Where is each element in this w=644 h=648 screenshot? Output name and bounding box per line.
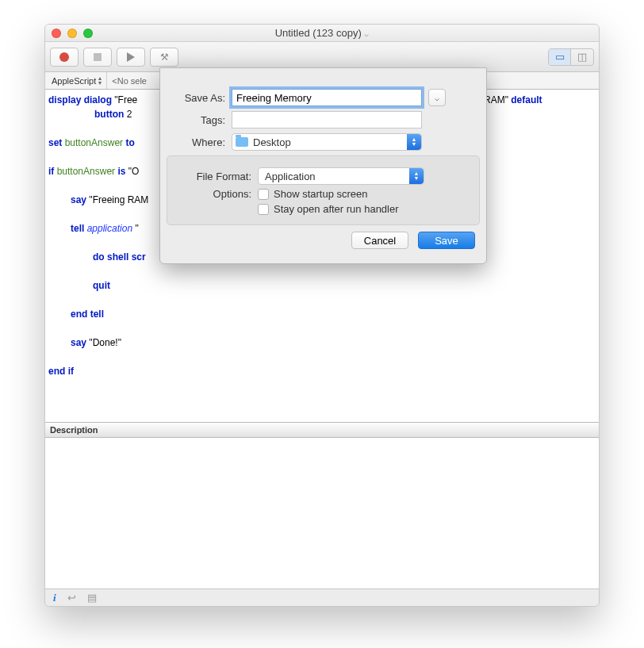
save-as-input[interactable] (232, 89, 422, 106)
expand-save-dialog-button[interactable]: ⌵ (428, 89, 446, 106)
record-button[interactable] (50, 48, 79, 67)
updown-icon: ▴▾ (98, 76, 102, 86)
popup-arrows-icon: ▲▼ (407, 134, 421, 150)
language-selector[interactable]: AppleScript▴▾ (48, 72, 107, 89)
show-startup-label: Show startup screen (274, 188, 368, 200)
view-toggle: ▭ ◫ (548, 48, 594, 66)
file-format-popup[interactable]: Application ▲▼ (258, 167, 424, 185)
stop-icon (94, 53, 102, 61)
panes-icon: ◫ (577, 51, 587, 63)
view-editor-button[interactable]: ▭ (549, 49, 571, 65)
description-header: Description (45, 423, 599, 438)
save-sheet: Save As: ⌵ Tags: Where: Desktop ▲▼ File … (159, 67, 487, 264)
save-button[interactable]: Save (418, 232, 475, 249)
display-icon: ▭ (555, 51, 565, 63)
format-options-box: File Format: Application ▲▼ Options: Sho… (167, 155, 480, 225)
return-icon[interactable]: ↩ (67, 592, 76, 604)
folder-icon (236, 137, 248, 147)
stay-open-label: Stay open after run handler (274, 203, 399, 215)
tags-input[interactable] (232, 111, 422, 128)
compile-button[interactable]: ⚒ (150, 48, 178, 67)
titlebar: Untitled (123 copy) ⌵ (45, 25, 599, 42)
popup-arrows-icon: ▲▼ (409, 168, 424, 184)
hammer-icon: ⚒ (160, 52, 169, 63)
stay-open-checkbox[interactable] (258, 204, 269, 215)
where-label: Where: (170, 136, 225, 148)
where-popup[interactable]: Desktop ▲▼ (232, 133, 422, 151)
options-label: Options: (177, 188, 251, 200)
bottom-bar: i ↩ ▤ (45, 589, 599, 606)
save-as-label: Save As: (170, 92, 225, 104)
info-icon[interactable]: i (53, 592, 56, 604)
view-panes-button[interactable]: ◫ (571, 49, 593, 65)
description-body[interactable] (45, 438, 599, 589)
window-title[interactable]: Untitled (123 copy) ⌵ (45, 27, 599, 39)
record-icon (59, 52, 69, 62)
chevron-down-icon: ⌵ (435, 94, 439, 102)
run-button[interactable] (117, 48, 145, 67)
stop-button[interactable] (83, 48, 112, 67)
show-startup-checkbox[interactable] (258, 189, 269, 200)
list-icon[interactable]: ▤ (87, 592, 97, 604)
file-format-label: File Format: (177, 171, 251, 182)
tags-label: Tags: (170, 114, 225, 126)
selection-indicator[interactable]: <No sele (107, 76, 147, 86)
play-icon (127, 52, 135, 62)
cancel-button[interactable]: Cancel (351, 232, 408, 249)
title-dropdown-icon: ⌵ (364, 29, 369, 38)
